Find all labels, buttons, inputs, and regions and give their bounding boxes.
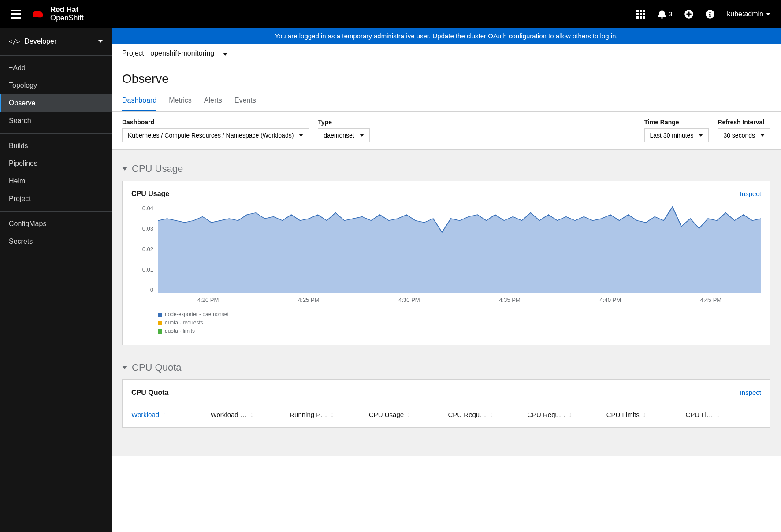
redhat-fedora-icon bbox=[30, 8, 46, 20]
svg-rect-7 bbox=[636, 16, 639, 19]
dashboard-select-label: Dashboard bbox=[122, 119, 309, 126]
sort-icon: ↕ bbox=[250, 411, 252, 418]
column-header[interactable]: CPU Requ…↕ bbox=[527, 411, 603, 418]
caret-down-icon bbox=[223, 49, 227, 57]
refresh-interval-label: Refresh Interval bbox=[718, 119, 770, 126]
svg-rect-4 bbox=[636, 13, 639, 15]
bell-icon bbox=[658, 10, 666, 19]
chevron-down-icon bbox=[122, 366, 127, 369]
svg-rect-8 bbox=[640, 16, 642, 19]
card-title: CPU Usage bbox=[131, 190, 169, 198]
caret-down-icon bbox=[760, 134, 765, 137]
inspect-link[interactable]: Inspect bbox=[740, 190, 761, 197]
caret-down-icon bbox=[360, 134, 364, 137]
time-range-select[interactable]: Last 30 minutes bbox=[644, 128, 709, 142]
column-header[interactable]: CPU Usage↕ bbox=[369, 411, 445, 418]
legend-label: node-exporter - daemonset bbox=[165, 310, 229, 319]
brand-logo[interactable]: Red Hat OpenShift bbox=[30, 6, 84, 22]
column-header[interactable]: Running P…↕ bbox=[290, 411, 365, 418]
legend-item: node-exporter - daemonset bbox=[158, 310, 761, 319]
sidebar-item-pipelines[interactable]: Pipelines bbox=[0, 155, 112, 172]
project-value: openshift-monitoring bbox=[150, 49, 214, 57]
x-tick: 4:35 PM bbox=[460, 297, 560, 303]
banner-link[interactable]: cluster OAuth configuration bbox=[467, 32, 547, 40]
type-select-label: Type bbox=[318, 119, 369, 126]
column-header[interactable]: CPU Li…↕ bbox=[685, 411, 761, 418]
tab-list: DashboardMetricsAlertsEvents bbox=[112, 86, 781, 112]
caret-down-icon bbox=[766, 13, 770, 15]
x-tick: 4:45 PM bbox=[661, 297, 761, 303]
banner-prefix: You are logged in as a temporary adminis… bbox=[275, 32, 467, 40]
chevron-down-icon bbox=[122, 167, 127, 171]
tab-events[interactable]: Events bbox=[234, 93, 256, 111]
sidebar-item-helm[interactable]: Helm bbox=[0, 172, 112, 190]
brand-line2: OpenShift bbox=[50, 14, 84, 22]
page-title: Observe bbox=[122, 72, 770, 86]
tab-metrics[interactable]: Metrics bbox=[169, 93, 192, 111]
legend-label: quota - limits bbox=[165, 327, 195, 335]
user-name: kube:admin bbox=[727, 10, 763, 18]
sidebar-item-observe[interactable]: Observe bbox=[0, 94, 112, 112]
legend-label: quota - requests bbox=[165, 319, 203, 327]
svg-rect-1 bbox=[636, 10, 639, 12]
sidebar-item-configmaps[interactable]: ConfigMaps bbox=[0, 215, 112, 233]
section-toggle-cpu-usage[interactable]: CPU Usage bbox=[122, 157, 770, 181]
card-cpu-usage: CPU Usage Inspect 0.040.030.020.010 4:20… bbox=[122, 181, 770, 345]
sidebar-item-search[interactable]: Search bbox=[0, 112, 112, 130]
project-selector[interactable]: Project: openshift-monitoring bbox=[112, 44, 781, 63]
sidebar-nav: +AddTopologyObserveSearchBuildsPipelines… bbox=[0, 56, 112, 532]
notifications-button[interactable]: 3 bbox=[658, 10, 672, 19]
app-launcher-icon[interactable] bbox=[636, 10, 645, 19]
legend-item: quota - limits bbox=[158, 327, 761, 335]
sidebar-item--add[interactable]: +Add bbox=[0, 59, 112, 77]
plus-circle-icon[interactable] bbox=[684, 10, 693, 19]
sidebar-item-secrets[interactable]: Secrets bbox=[0, 233, 112, 250]
masthead: Red Hat OpenShift 3 kube:admin bbox=[0, 0, 781, 28]
main-content: You are logged in as a temporary adminis… bbox=[112, 28, 781, 532]
svg-rect-2 bbox=[640, 10, 642, 12]
nav-toggle-button[interactable] bbox=[11, 10, 21, 19]
code-icon: </> bbox=[9, 38, 20, 45]
type-select[interactable]: daemonset bbox=[318, 128, 369, 142]
x-tick: 4:25 PM bbox=[258, 297, 359, 303]
sort-icon: ↕ bbox=[717, 411, 718, 418]
cpu-usage-chart: 0.040.030.020.010 4:20 PM4:25 PM4:30 PM4… bbox=[131, 205, 761, 336]
user-menu[interactable]: kube:admin bbox=[727, 10, 770, 18]
tab-alerts[interactable]: Alerts bbox=[204, 93, 222, 111]
refresh-interval-select[interactable]: 30 seconds bbox=[718, 128, 770, 142]
sidebar: </> Developer +AddTopologyObserveSearchB… bbox=[0, 28, 112, 532]
perspective-switcher[interactable]: </> Developer bbox=[0, 28, 112, 56]
dashboard-select[interactable]: Kubernetes / Compute Resources / Namespa… bbox=[122, 128, 309, 142]
column-header[interactable]: Workload …↕ bbox=[211, 411, 286, 418]
column-header[interactable]: Workload↑ bbox=[131, 411, 207, 418]
table-header-row: Workload↑Workload …↕Running P…↕CPU Usage… bbox=[131, 404, 761, 418]
legend-swatch bbox=[158, 313, 162, 317]
help-icon[interactable] bbox=[706, 10, 714, 19]
x-tick: 4:40 PM bbox=[560, 297, 661, 303]
sidebar-item-builds[interactable]: Builds bbox=[0, 137, 112, 155]
sort-icon: ↕ bbox=[407, 411, 409, 418]
column-header[interactable]: CPU Requ…↕ bbox=[448, 411, 524, 418]
section-toggle-cpu-quota[interactable]: CPU Quota bbox=[122, 356, 770, 379]
x-tick: 4:20 PM bbox=[158, 297, 258, 303]
sidebar-item-project[interactable]: Project bbox=[0, 190, 112, 208]
y-tick: 0.04 bbox=[142, 205, 153, 212]
banner-suffix: to allow others to log in. bbox=[547, 32, 618, 40]
tab-dashboard[interactable]: Dashboard bbox=[122, 93, 156, 111]
auth-warning-banner: You are logged in as a temporary adminis… bbox=[112, 28, 781, 44]
dashboard-toolbar: Dashboard Kubernetes / Compute Resources… bbox=[112, 112, 781, 150]
caret-down-icon bbox=[98, 40, 103, 43]
inspect-link[interactable]: Inspect bbox=[740, 389, 761, 396]
svg-rect-5 bbox=[640, 13, 642, 15]
y-tick: 0.01 bbox=[142, 266, 153, 273]
column-header[interactable]: CPU Limits↕ bbox=[606, 411, 682, 418]
caret-down-icon bbox=[699, 134, 703, 137]
brand-line1: Red Hat bbox=[50, 6, 84, 14]
sidebar-item-topology[interactable]: Topology bbox=[0, 77, 112, 94]
sort-icon: ↕ bbox=[490, 411, 491, 418]
card-cpu-quota: CPU Quota Inspect Workload↑Workload …↕Ru… bbox=[122, 379, 770, 428]
time-range-label: Time Range bbox=[644, 119, 709, 126]
notifications-count: 3 bbox=[669, 10, 672, 18]
y-tick: 0 bbox=[150, 286, 153, 293]
perspective-label: Developer bbox=[24, 37, 56, 45]
